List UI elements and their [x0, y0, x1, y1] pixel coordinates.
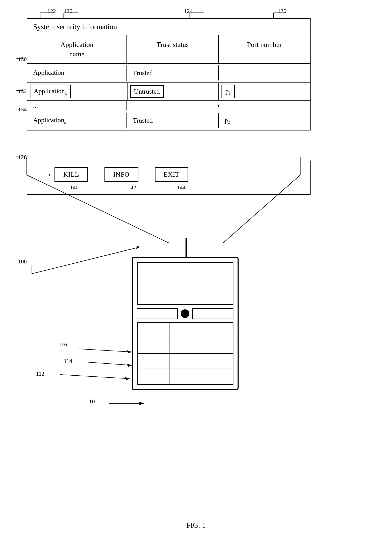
- ref-114: 114: [64, 358, 72, 364]
- key-5: [169, 338, 201, 353]
- key-7: [138, 354, 169, 369]
- ellipsis-app: ...: [27, 101, 127, 110]
- col-header-app: Applicationname: [27, 35, 127, 63]
- security-table: System security information Applicationn…: [27, 18, 311, 130]
- svg-marker-23: [127, 364, 132, 367]
- ref-112: 112: [36, 370, 45, 377]
- row-n-trust: Trusted: [127, 113, 219, 128]
- key-3: [201, 323, 233, 338]
- nav-right-button: [192, 308, 233, 319]
- exit-button[interactable]: EXIT: [155, 167, 188, 182]
- table-row-n: Applicationn Trusted p2: [27, 111, 310, 130]
- row-k-app: Applicationk: [27, 83, 128, 100]
- table-row-k[interactable]: Applicationk Untrusted p1: [27, 83, 310, 101]
- row1-port: [219, 69, 310, 77]
- arrow-icon: →: [44, 169, 52, 179]
- ellipsis-trust: [127, 104, 219, 107]
- row1-app: Application1: [27, 65, 127, 81]
- svg-marker-18: [136, 246, 140, 249]
- svg-line-22: [89, 362, 132, 365]
- ref-122: 122: [47, 8, 56, 14]
- table-title: System security information: [27, 19, 310, 35]
- col-header-trust: Trust status: [127, 35, 219, 63]
- key-4: [138, 338, 169, 353]
- svg-line-24: [60, 375, 129, 379]
- key-8: [169, 354, 201, 369]
- key-2: [169, 323, 201, 338]
- table-header-row: Applicationname Trust status Port number: [27, 35, 310, 64]
- kill-button[interactable]: KILL: [54, 167, 88, 182]
- row-k-port: p1: [219, 83, 310, 100]
- key-1: [138, 323, 169, 338]
- svg-line-17: [32, 247, 140, 274]
- phone-screen: [137, 262, 233, 305]
- ref-110: 110: [86, 398, 95, 405]
- nav-center-button: [181, 309, 189, 318]
- buttons-area: → KILL INFO EXIT: [27, 161, 311, 195]
- keypad-row-2: [138, 338, 233, 354]
- phone-antenna: [186, 238, 187, 257]
- nav-left-button: [137, 308, 178, 319]
- keypad-row-1: [138, 323, 233, 338]
- phone-nav-bar: [137, 308, 233, 319]
- ref-130: 130: [18, 56, 27, 63]
- figure-label: FIG. 1: [186, 521, 206, 530]
- info-button[interactable]: INFO: [104, 167, 138, 182]
- key-star: [138, 369, 169, 384]
- row-n-app: Applicationn: [27, 113, 127, 128]
- svg-marker-20: [127, 350, 132, 354]
- key-hash: [201, 369, 233, 384]
- ref-126: 126: [278, 8, 286, 14]
- table-row-1: Application1 Trusted: [27, 64, 310, 83]
- col-header-port: Port number: [219, 35, 310, 63]
- ref-116: 116: [59, 341, 67, 348]
- keypad-row-3: [138, 354, 233, 369]
- ref-132: 132: [18, 88, 27, 95]
- svg-marker-25: [125, 377, 129, 380]
- row1-trust: Trusted: [127, 65, 219, 80]
- table-row-ellipsis: ...: [27, 101, 310, 111]
- phone-keypad: [137, 322, 233, 385]
- svg-marker-27: [139, 402, 144, 405]
- keypad-row-4: [138, 369, 233, 384]
- row-k-trust: Untrusted: [128, 83, 219, 100]
- row-n-port: p2: [219, 113, 310, 128]
- ref-134: 134: [18, 106, 27, 113]
- ref-124: 124: [184, 8, 193, 14]
- svg-line-19: [78, 349, 132, 352]
- key-6: [201, 338, 233, 353]
- key-9: [201, 354, 233, 369]
- key-0: [169, 369, 201, 384]
- ref-100: 100: [18, 258, 27, 265]
- ellipsis-port: [219, 104, 310, 107]
- ref-120: 120: [64, 8, 72, 14]
- phone-body: [132, 257, 238, 390]
- kill-area: → KILL: [44, 167, 88, 182]
- ref-128: 128: [18, 154, 27, 161]
